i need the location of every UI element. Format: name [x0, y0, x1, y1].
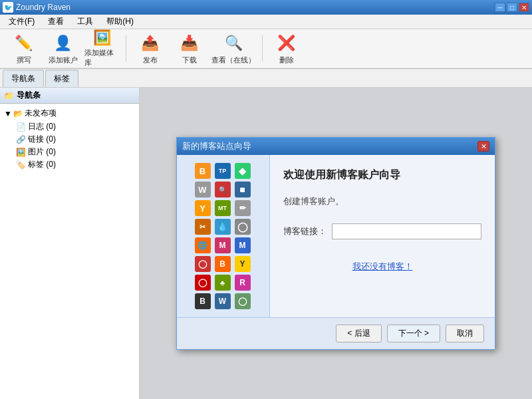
blog-icon-15[interactable]: M — [235, 237, 251, 253]
blog-icon-10[interactable]: ✂ — [195, 219, 211, 235]
modal-main-title: 欢迎使用新博客账户向导 — [283, 168, 481, 182]
tree-item-image-icon: 🖼️ — [16, 148, 26, 157]
blog-icon-18[interactable]: Y — [235, 256, 251, 272]
content-area: 新的博客站点向导 ✕ B TP ◆ W 🔍 — [140, 88, 532, 399]
menu-tools[interactable]: 工具 — [71, 14, 99, 29]
toolbar-delete-label: 删除 — [279, 55, 294, 65]
menu-help[interactable]: 帮助(H) — [100, 14, 140, 29]
blog-icon-wordpress[interactable]: W — [215, 293, 231, 309]
tree-item-images[interactable]: 🖼️ 图片 (0) — [3, 146, 136, 158]
blog-icon-yahoo[interactable]: Y — [195, 200, 211, 216]
tab-tags[interactable]: 标签 — [45, 70, 78, 87]
sidebar: 📁 导航条 ▼ 📂 未发布项 📄 日志 (0) 🔗 链接 (0) 🖼️ 图片 (… — [0, 88, 140, 399]
tree-root-folder-icon: 📂 — [13, 109, 23, 118]
blog-icon-wikipedia[interactable]: W — [195, 182, 211, 198]
blog-icon-9[interactable]: ✏ — [235, 200, 251, 216]
blog-icon-mt[interactable]: MT — [215, 200, 231, 216]
toolbar-publish-button[interactable]: 📤 发布 — [132, 31, 168, 66]
blog-icon-blogger[interactable]: B — [195, 163, 211, 179]
minimize-button[interactable]: ─ — [495, 3, 505, 12]
add-account-icon: 👤 — [53, 33, 74, 54]
tree-root[interactable]: ▼ 📂 未发布项 — [3, 106, 136, 120]
toolbar-write-button[interactable]: ✏️ 撰写 — [5, 31, 42, 66]
modal-heading: 欢迎使用新博客账户向导 — [283, 168, 481, 185]
title-bar-left: 🐦 Zoundry Raven — [3, 2, 70, 13]
toolbar-add-account-label: 添加账户 — [49, 55, 78, 65]
modal-title: 新的博客站点向导 — [182, 140, 251, 152]
blog-icon-3[interactable]: ◆ — [235, 163, 251, 179]
sidebar-header: 📁 导航条 — [0, 88, 139, 104]
blog-icon-5[interactable]: 🔍 — [215, 182, 231, 198]
title-bar: 🐦 Zoundry Raven ─ □ ✕ — [0, 0, 532, 15]
tree-item-label: 图片 (0) — [28, 146, 56, 158]
toolbar-delete-button[interactable]: ❌ 删除 — [268, 31, 305, 66]
modal-overlay: 新的博客站点向导 ✕ B TP ◆ W 🔍 — [140, 88, 532, 399]
toolbar-add-media-label: 添加媒体库 — [84, 48, 120, 68]
toolbar-download-button[interactable]: 📥 下载 — [171, 31, 207, 66]
modal-content-panel: 欢迎使用新博客账户向导 创建博客账户。 博客链接： 我还没有博客！ — [270, 155, 495, 317]
download-icon: 📥 — [179, 33, 200, 54]
toolbar-write-label: 撰写 — [17, 55, 31, 65]
app-icon: 🐦 — [3, 2, 13, 13]
blog-icon-19[interactable]: ◯ — [195, 275, 211, 291]
blog-icon-12[interactable]: ◯ — [235, 219, 251, 235]
toolbar-add-media-button[interactable]: 🖼️ 添加媒体库 — [84, 31, 120, 66]
modal-footer: < 后退 下一个 > 取消 — [177, 317, 495, 349]
toolbar-add-account-button[interactable]: 👤 添加账户 — [45, 31, 81, 66]
delete-icon: ❌ — [276, 33, 297, 54]
blog-icon-23[interactable]: ◯ — [235, 293, 251, 309]
blog-icon-14[interactable]: M — [215, 237, 231, 253]
blog-icon-21[interactable]: B — [195, 293, 211, 309]
blog-url-input[interactable] — [332, 223, 481, 239]
tree-item-label: 日志 (0) — [28, 121, 56, 132]
tree-item-label: 链接 (0) — [28, 134, 56, 145]
sidebar-tree: ▼ 📂 未发布项 📄 日志 (0) 🔗 链接 (0) 🖼️ 图片 (0) 🏷️ … — [0, 104, 139, 399]
tree-item-tag-icon: 🏷️ — [16, 160, 26, 170]
blog-icon-drupal[interactable]: 💧 — [215, 219, 231, 235]
tree-item-links[interactable]: 🔗 链接 (0) — [3, 133, 136, 146]
menu-view[interactable]: 查看 — [42, 14, 70, 29]
tree-item-tags[interactable]: 🏷️ 标签 (0) — [3, 158, 136, 171]
blog-icon-raven[interactable]: R — [235, 275, 251, 291]
modal-subtitle: 创建博客账户。 — [283, 196, 481, 207]
blog-icon-grid: B TP ◆ W 🔍 ■ Y MT ✏ ✂ — [195, 163, 252, 309]
view-online-icon: 🔍 — [223, 33, 244, 54]
tree-item-journal[interactable]: 📄 日志 (0) — [3, 120, 136, 133]
menu-bar: 文件(F) 查看 工具 帮助(H) — [0, 15, 532, 29]
tree-item-label: 标签 (0) — [28, 159, 56, 170]
write-icon: ✏️ — [13, 33, 35, 54]
toolbar-view-online-label: 查看（在线） — [211, 55, 255, 65]
modal-icon-panel: B TP ◆ W 🔍 ■ Y MT ✏ ✂ — [177, 155, 270, 317]
sidebar-title: 导航条 — [17, 90, 41, 101]
back-button[interactable]: < 后退 — [336, 325, 381, 342]
modal-close-button[interactable]: ✕ — [477, 141, 489, 152]
close-button[interactable]: ✕ — [519, 3, 529, 12]
main-area: 📁 导航条 ▼ 📂 未发布项 📄 日志 (0) 🔗 链接 (0) 🖼️ 图片 (… — [0, 88, 532, 399]
tab-bar: 导航条 标签 — [0, 69, 532, 88]
modal-title-bar: 新的博客站点向导 ✕ — [177, 138, 495, 155]
blog-icon-typepad[interactable]: TP — [215, 163, 231, 179]
app-title: Zoundry Raven — [16, 3, 70, 12]
cancel-button[interactable]: 取消 — [446, 325, 484, 342]
blog-icon-13[interactable]: 🌐 — [195, 237, 211, 253]
blog-icon-6[interactable]: ■ — [235, 182, 251, 198]
blog-icon-16[interactable]: ◯ — [195, 256, 211, 272]
new-blog-wizard-modal: 新的博客站点向导 ✕ B TP ◆ W 🔍 — [176, 137, 495, 350]
sidebar-folder-icon: 📁 — [4, 91, 14, 100]
toolbar-separator-2 — [262, 35, 263, 62]
toolbar: ✏️ 撰写 👤 添加账户 🖼️ 添加媒体库 📤 发布 📥 下载 🔍 查看（在线）… — [0, 29, 532, 69]
blog-url-label: 博客链接： — [283, 225, 327, 237]
no-blog-link[interactable]: 我还没有博客！ — [352, 261, 413, 271]
blog-url-form-row: 博客链接： — [283, 223, 481, 239]
blog-icon-17[interactable]: B — [215, 256, 231, 272]
maximize-button[interactable]: □ — [507, 3, 517, 12]
blog-icon-20[interactable]: ♣ — [215, 275, 231, 291]
toolbar-publish-label: 发布 — [143, 55, 158, 65]
add-media-icon: 🖼️ — [92, 29, 113, 47]
toolbar-view-online-button[interactable]: 🔍 查看（在线） — [210, 31, 257, 66]
menu-file[interactable]: 文件(F) — [3, 14, 41, 29]
next-button[interactable]: 下一个 > — [387, 325, 440, 342]
title-bar-controls: ─ □ ✕ — [495, 3, 529, 12]
tab-navigation[interactable]: 导航条 — [3, 70, 44, 87]
tree-item-link-icon: 🔗 — [16, 135, 26, 144]
